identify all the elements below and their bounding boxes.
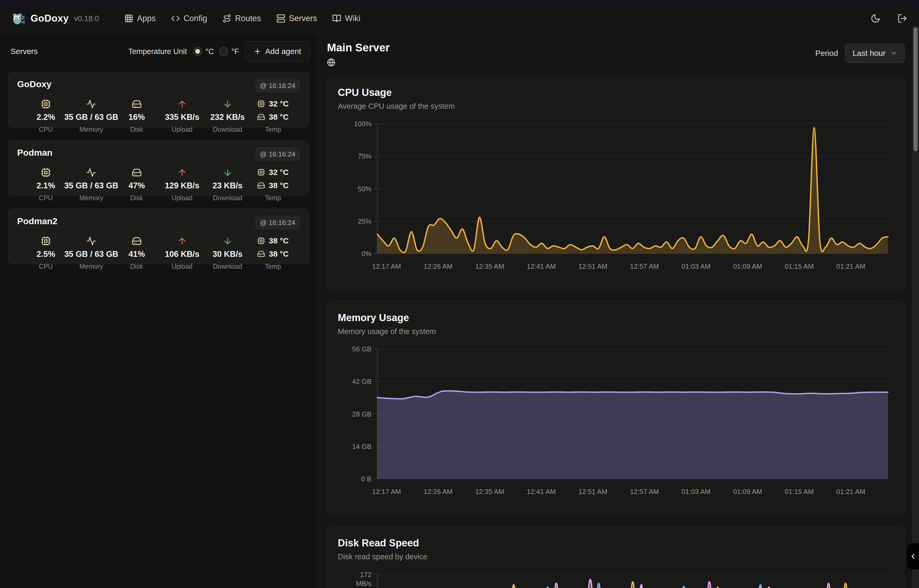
stat-disk: 41% Disk	[114, 234, 159, 270]
svg-text:0 B: 0 B	[361, 475, 371, 483]
hard-drive-icon	[132, 234, 142, 248]
page-title: Main Server	[327, 41, 390, 54]
stat-disk: 16% Disk	[114, 97, 159, 133]
plus-icon	[254, 47, 262, 55]
server-name: GoDoxy	[17, 79, 52, 89]
arrow-up-icon	[177, 234, 187, 248]
chart-title: Memory Usage	[338, 312, 894, 323]
svg-text:12:17 AM: 12:17 AM	[372, 262, 401, 270]
chart-title: CPU Usage	[338, 87, 894, 98]
brand-version: v0.18.0	[74, 14, 99, 23]
svg-text:12:57 AM: 12:57 AM	[630, 262, 659, 270]
server-timestamp: @ 16:16:24	[255, 147, 300, 161]
server-name: Podman2	[17, 216, 57, 226]
arrow-down-icon	[223, 97, 233, 111]
svg-text:12:41 AM: 12:41 AM	[527, 262, 556, 270]
radio-dot	[219, 47, 228, 56]
nav-item-routes[interactable]: Routes	[222, 14, 261, 23]
collapse-panel-tab[interactable]	[907, 543, 919, 570]
server-card-godoxy[interactable]: GoDoxy @ 16:16:24 2.2% CPU 35 GB / 63 GB…	[8, 72, 309, 127]
stat-cpu: 2.1% CPU	[23, 166, 68, 202]
brand: GoDoxy v0.18.0	[11, 11, 99, 26]
main-panel: Main Server Period Last hour	[318, 34, 919, 588]
cpu-usage-chart: 0%25%50%75%100%12:17 AM12:26 AM12:35 AM1…	[338, 121, 894, 283]
period-label: Period	[815, 49, 838, 58]
nav-label: Servers	[289, 14, 317, 23]
arrow-up-icon	[177, 97, 187, 111]
nav-label: Config	[184, 14, 207, 23]
cpu-chip-icon	[257, 168, 265, 176]
stat-memory: 35 GB / 63 GB Memory	[69, 234, 113, 270]
fahrenheit-radio[interactable]: °F	[219, 47, 239, 56]
godoxy-logo	[11, 11, 26, 26]
stat-upload: 335 KB/s Upload	[160, 97, 205, 133]
svg-text:12:57 AM: 12:57 AM	[630, 488, 659, 496]
cpu-chip-icon	[257, 100, 265, 108]
server-timestamp: @ 16:16:24	[255, 79, 300, 92]
nav-item-config[interactable]: Config	[171, 14, 207, 23]
stat-download: 30 KB/s Download	[205, 234, 250, 270]
svg-text:01:15 AM: 01:15 AM	[785, 488, 814, 496]
svg-text:14 GB: 14 GB	[352, 443, 371, 451]
nav-item-servers[interactable]: Servers	[276, 14, 317, 23]
stat-cpu: 2.5% CPU	[23, 234, 68, 270]
stat-temp: 32 °C 38 °C Temp	[250, 166, 296, 202]
book-open-icon	[332, 14, 341, 23]
grid-icon	[124, 14, 133, 23]
chart-title: Disk Read Speed	[338, 538, 894, 549]
server-icon	[276, 14, 285, 23]
stat-download: 23 KB/s Download	[205, 166, 250, 202]
chart-subtitle: Average CPU usage of the system	[338, 102, 894, 111]
arrow-down-icon	[223, 234, 233, 248]
nav-right	[871, 13, 908, 23]
svg-text:01:03 AM: 01:03 AM	[682, 488, 711, 496]
cpu-chip-icon	[41, 97, 51, 111]
svg-text:56 GB: 56 GB	[352, 346, 371, 353]
scrollbar-thumb[interactable]	[914, 27, 918, 151]
server-timestamp: @ 16:16:24	[255, 216, 300, 229]
globe-icon	[327, 58, 390, 67]
svg-text:01:09 AM: 01:09 AM	[733, 488, 762, 496]
theme-toggle-moon-icon[interactable]	[871, 13, 880, 23]
vertical-scrollbar	[912, 26, 919, 588]
disk-read-speed-chart: 172MB/s	[338, 572, 894, 588]
hard-drive-icon	[132, 97, 142, 111]
chevron-left-icon	[909, 552, 917, 561]
svg-text:01:09 AM: 01:09 AM	[733, 262, 762, 270]
nav-item-wiki[interactable]: Wiki	[332, 14, 360, 23]
temperature-unit-label: Temperature Unit	[128, 47, 187, 56]
server-card-podman2[interactable]: Podman2 @ 16:16:24 2.5% CPU 35 GB / 63 G…	[8, 209, 309, 264]
activity-icon	[86, 166, 96, 179]
svg-text:12:17 AM: 12:17 AM	[372, 488, 401, 496]
stat-cpu: 2.2% CPU	[23, 97, 68, 133]
app-window: GoDoxy v0.18.0 Apps Config Routes	[0, 4, 919, 588]
svg-text:25%: 25%	[358, 217, 371, 225]
hard-drive-icon	[257, 113, 265, 121]
stat-memory: 35 GB / 63 GB Memory	[69, 166, 113, 202]
cpu-chip-icon	[41, 234, 51, 248]
nav-label: Wiki	[345, 14, 360, 23]
svg-text:12:26 AM: 12:26 AM	[424, 488, 453, 496]
svg-text:172MB/s: 172MB/s	[356, 572, 371, 588]
svg-text:12:51 AM: 12:51 AM	[578, 262, 607, 270]
celsius-radio[interactable]: °C	[193, 47, 214, 56]
sidebar-title: Servers	[11, 47, 38, 56]
server-card-podman[interactable]: Podman @ 16:16:24 2.1% CPU 35 GB / 63 GB…	[8, 141, 309, 196]
chevron-down-icon	[890, 50, 897, 57]
svg-text:50%: 50%	[358, 185, 371, 193]
nav-item-apps[interactable]: Apps	[124, 14, 156, 23]
add-agent-button[interactable]: Add agent	[245, 41, 309, 61]
svg-text:0%: 0%	[362, 250, 371, 258]
period-select[interactable]: Last hour	[845, 44, 905, 63]
svg-text:100%: 100%	[354, 121, 372, 128]
logout-icon[interactable]	[897, 13, 908, 23]
route-icon	[222, 14, 231, 23]
svg-text:01:15 AM: 01:15 AM	[785, 262, 814, 270]
disk-read-speed-card: Disk Read Speed Disk read speed by devic…	[327, 526, 905, 588]
code-icon	[171, 14, 180, 23]
server-name: Podman	[17, 147, 52, 158]
hard-drive-icon	[257, 181, 265, 189]
nav-label: Routes	[235, 14, 261, 23]
svg-text:12:26 AM: 12:26 AM	[424, 262, 453, 270]
radio-dot	[193, 47, 202, 56]
